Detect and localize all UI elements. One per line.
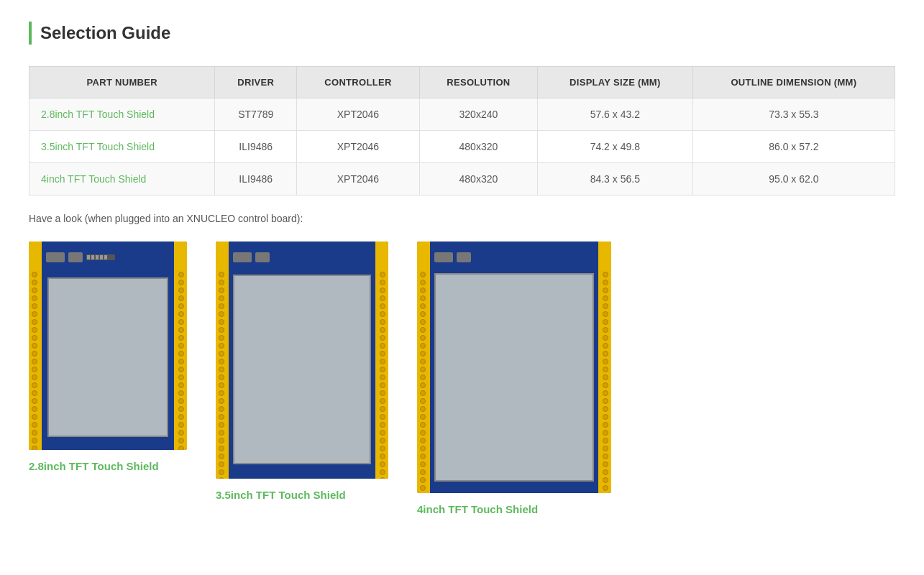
pin-dot xyxy=(219,469,224,475)
pin-dot xyxy=(420,461,426,467)
pin-dot xyxy=(380,477,385,479)
pin-dot xyxy=(603,367,608,372)
pin-dot xyxy=(380,438,385,443)
pin-dot xyxy=(603,335,608,341)
pin-dot xyxy=(380,351,385,356)
pin-dot xyxy=(219,390,224,396)
pin-dot xyxy=(380,398,385,404)
pin-dot xyxy=(178,288,184,293)
product-label-35[interactable]: 3.5inch TFT Touch Shield xyxy=(216,489,346,501)
cell-driver-0: ST7789 xyxy=(215,98,297,131)
pin-dot xyxy=(32,319,37,325)
col-header-resolution: RESOLUTION xyxy=(419,67,537,98)
usb-connector-1 xyxy=(46,252,65,262)
pin-dot xyxy=(603,414,608,420)
pin-dot xyxy=(178,406,184,412)
cell-part-number-1: 3.5inch TFT Touch Shield xyxy=(29,131,215,163)
pin-dot xyxy=(603,485,608,491)
pin-dot xyxy=(219,272,224,277)
pin-dot xyxy=(178,335,184,341)
page-title: Selection Guide xyxy=(40,23,170,43)
screen-28 xyxy=(47,277,168,437)
pin-dot xyxy=(32,367,37,372)
pin-dot xyxy=(219,319,224,325)
product-image-28 xyxy=(29,242,187,450)
pin-dot xyxy=(178,446,184,450)
pin-dot xyxy=(603,469,608,475)
pin-dot xyxy=(380,288,385,293)
pin-dot xyxy=(380,454,385,459)
pin-dot xyxy=(219,414,224,420)
pin-dot xyxy=(420,485,426,491)
pin-dot xyxy=(380,382,385,388)
section-header: Selection Guide xyxy=(29,22,895,45)
pin-dot xyxy=(32,335,37,341)
pin-dot xyxy=(32,272,37,277)
pin-dot xyxy=(603,398,608,404)
cell-resolution-1: 480x320 xyxy=(419,131,537,163)
rail-left-4 xyxy=(417,242,430,493)
pin-dot xyxy=(603,390,608,396)
pin-dot xyxy=(603,280,608,285)
screen-35 xyxy=(233,275,371,464)
caption-text: Have a look (when plugged into an XNUCLE… xyxy=(29,213,895,224)
pin-dot xyxy=(420,469,426,475)
cell-outline-0: 73.3 x 55.3 xyxy=(692,98,895,131)
pin-strip xyxy=(86,254,115,260)
product-image-35 xyxy=(216,242,388,479)
pin-dot xyxy=(603,351,608,356)
product-label-4[interactable]: 4inch TFT Touch Shield xyxy=(417,503,538,515)
pin-dot xyxy=(420,335,426,341)
pin-dot xyxy=(32,406,37,412)
product-label-28[interactable]: 2.8inch TFT Touch Shield xyxy=(29,460,159,472)
pin-dot xyxy=(603,272,608,277)
pin-dot xyxy=(219,327,224,333)
table-header-row: PART NUMBER DRIVER CONTROLLER RESOLUTION… xyxy=(29,67,895,98)
cell-resolution-0: 320x240 xyxy=(419,98,537,131)
pin-dot xyxy=(219,367,224,372)
board-35 xyxy=(216,242,388,479)
pin-dot xyxy=(420,390,426,396)
usb-connector-2 xyxy=(255,252,270,262)
board-28 xyxy=(29,242,187,450)
rail-right-35 xyxy=(375,242,388,479)
pin-dot xyxy=(420,343,426,349)
pin-dot xyxy=(32,303,37,309)
pin-dot xyxy=(178,430,184,436)
pin-dot xyxy=(380,406,385,412)
pin-dot xyxy=(603,461,608,467)
pin-dot xyxy=(420,351,426,356)
pin-dot xyxy=(380,303,385,309)
pin-dot xyxy=(420,288,426,293)
pin-dot xyxy=(380,374,385,380)
selection-table: PART NUMBER DRIVER CONTROLLER RESOLUTION… xyxy=(29,66,895,196)
pin-dot xyxy=(603,319,608,325)
pin-dot xyxy=(219,461,224,467)
cell-part-number-0: 2.8inch TFT Touch Shield xyxy=(29,98,215,131)
cell-controller-1: XPT2046 xyxy=(297,131,420,163)
product-link-1[interactable]: 3.5inch TFT Touch Shield xyxy=(41,141,155,152)
pin-dot xyxy=(32,438,37,443)
product-link-0[interactable]: 2.8inch TFT Touch Shield xyxy=(41,109,155,120)
pin-dot xyxy=(219,351,224,356)
col-header-driver: DRIVER xyxy=(215,67,297,98)
product-link-2[interactable]: 4inch TFT Touch Shield xyxy=(41,173,146,185)
pin-dot xyxy=(603,454,608,459)
board-4 xyxy=(417,242,611,493)
pin-dot xyxy=(603,438,608,443)
pin-dot xyxy=(380,422,385,428)
usb-connector-1 xyxy=(434,252,453,262)
pin-dot xyxy=(380,272,385,277)
pin-dot xyxy=(219,446,224,451)
pin-dot xyxy=(219,374,224,380)
pin-dot xyxy=(380,390,385,396)
pin-dot xyxy=(219,288,224,293)
cell-driver-2: ILI9486 xyxy=(215,163,297,196)
usb-connector-1 xyxy=(233,252,252,262)
pin-dot xyxy=(420,359,426,364)
pin-dot xyxy=(219,477,224,479)
pin-dot xyxy=(603,343,608,349)
col-header-part-number: PART NUMBER xyxy=(29,67,215,98)
col-header-display-size: DISPLAY SIZE (MM) xyxy=(537,67,692,98)
pin-dot xyxy=(380,311,385,317)
